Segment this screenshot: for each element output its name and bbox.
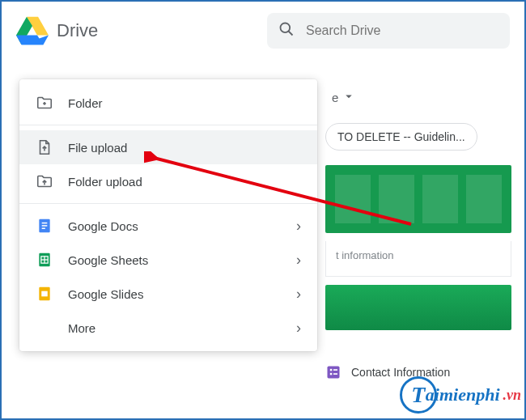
search-input[interactable] [306,23,498,38]
forms-icon [325,364,341,380]
svg-rect-5 [330,373,333,375]
chevron-right-icon: › [296,218,301,235]
caret-down-icon [341,89,356,106]
chevron-right-icon: › [296,252,301,269]
menu-google-sheets[interactable]: Google Sheets › [19,243,317,277]
menu-divider [19,125,317,125]
watermark-suffix: .vn [503,387,522,404]
menu-label: Folder [68,96,301,110]
menu-divider [19,203,317,204]
menu-label: Folder upload [68,175,301,189]
search-icon [278,21,295,40]
chip-label: TO DELETE -- Guidelin... [337,130,465,143]
file-thumbnail-card-2[interactable] [325,285,511,330]
app-title: Drive [57,20,98,41]
app-header: Drive [2,2,524,60]
menu-file-upload[interactable]: File upload [19,130,317,164]
docs-icon [36,217,53,235]
menu-new-folder[interactable]: Folder [19,86,317,120]
menu-more[interactable]: More › [19,311,317,345]
menu-folder-upload[interactable]: Folder upload [19,164,317,198]
blank-icon [36,319,53,337]
drive-logo-icon [16,16,49,45]
svg-point-0 [281,23,291,33]
svg-rect-13 [42,225,48,227]
sheets-icon [36,251,53,269]
menu-label: File upload [68,141,301,155]
svg-rect-2 [328,367,340,379]
menu-label: Google Slides [68,287,282,301]
svg-line-1 [289,32,293,36]
menu-google-slides[interactable]: Google Slides › [19,277,317,311]
watermark-text: aimienphi [426,384,500,405]
chevron-right-icon: › [296,320,301,337]
breadcrumb-dropdown[interactable]: e [332,89,356,106]
breadcrumb-label: e [332,91,338,104]
file-upload-icon [36,138,53,156]
caption-text: t information [336,249,394,261]
svg-rect-12 [42,223,48,224]
svg-rect-4 [333,369,337,371]
slides-icon [36,285,53,303]
svg-rect-6 [333,373,337,375]
svg-rect-20 [41,291,48,297]
new-context-menu: Folder File upload Folder upload Google … [19,79,317,351]
folder-upload-icon [36,172,53,190]
svg-rect-3 [330,369,333,371]
chevron-right-icon: › [296,286,301,303]
menu-label: Google Sheets [68,253,282,267]
svg-rect-14 [42,228,45,230]
file-thumbnail-card[interactable] [325,165,511,233]
file-caption-row: t information [325,241,511,277]
search-box[interactable] [267,13,510,49]
suggestion-chip[interactable]: TO DELETE -- Guidelin... [325,123,477,151]
menu-label: Google Docs [68,219,282,233]
menu-label: More [68,321,282,335]
folder-plus-icon [36,94,53,112]
watermark: T aimienphi .vn [400,376,521,414]
menu-google-docs[interactable]: Google Docs › [19,209,317,243]
